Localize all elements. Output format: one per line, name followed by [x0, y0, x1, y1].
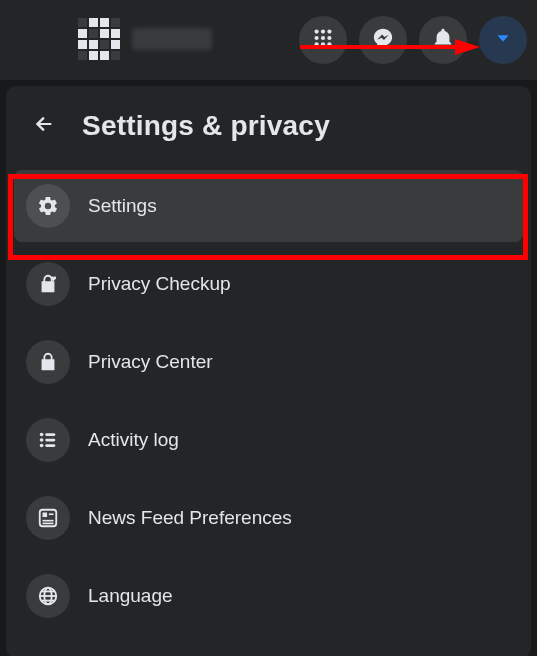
gear-icon — [26, 184, 70, 228]
svg-point-2 — [327, 29, 331, 33]
svg-point-1 — [321, 29, 325, 33]
topbar — [0, 0, 537, 80]
menu-item-label: News Feed Preferences — [88, 507, 292, 529]
profile-name-blurred — [132, 28, 212, 50]
menu-item-label: Settings — [88, 195, 157, 217]
lock-icon — [26, 340, 70, 384]
avatar — [78, 18, 120, 60]
menu-item-news-feed-preferences[interactable]: News Feed Preferences — [14, 482, 523, 554]
svg-rect-18 — [43, 513, 48, 518]
lock-heart-icon — [26, 262, 70, 306]
menu-item-privacy-center[interactable]: Privacy Center — [14, 326, 523, 398]
svg-rect-14 — [45, 439, 55, 442]
svg-rect-19 — [49, 513, 54, 515]
menu-grid-button[interactable] — [299, 16, 347, 64]
bell-icon — [432, 27, 454, 53]
svg-rect-12 — [45, 433, 55, 436]
messenger-button[interactable] — [359, 16, 407, 64]
account-dropdown-button[interactable] — [479, 16, 527, 64]
list-icon — [26, 418, 70, 462]
grid-icon — [312, 27, 334, 53]
feed-icon — [26, 496, 70, 540]
menu-item-settings[interactable]: Settings — [14, 170, 523, 242]
menu-item-label: Language — [88, 585, 173, 607]
svg-point-8 — [327, 42, 331, 46]
svg-point-13 — [40, 438, 44, 442]
svg-point-7 — [321, 42, 325, 46]
menu-item-label: Privacy Center — [88, 351, 213, 373]
globe-icon — [26, 574, 70, 618]
notifications-button[interactable] — [419, 16, 467, 64]
svg-rect-16 — [45, 444, 55, 447]
menu-item-label: Activity log — [88, 429, 179, 451]
panel-header: Settings & privacy — [12, 96, 525, 164]
menu-item-activity-log[interactable]: Activity log — [14, 404, 523, 476]
panel-title: Settings & privacy — [82, 110, 330, 142]
svg-rect-20 — [43, 520, 54, 522]
svg-point-11 — [40, 433, 44, 437]
menu-item-label: Privacy Checkup — [88, 273, 231, 295]
menu-item-privacy-checkup[interactable]: Privacy Checkup — [14, 248, 523, 320]
svg-rect-21 — [43, 523, 54, 525]
svg-point-3 — [314, 36, 318, 40]
svg-point-0 — [314, 29, 318, 33]
svg-point-4 — [321, 36, 325, 40]
menu-item-language[interactable]: Language — [14, 560, 523, 632]
back-button[interactable] — [24, 106, 64, 146]
arrow-left-icon — [33, 113, 55, 139]
chevron-down-icon — [492, 27, 514, 53]
messenger-icon — [372, 27, 394, 53]
svg-point-5 — [327, 36, 331, 40]
settings-privacy-panel: Settings & privacy Settings Privacy Chec… — [6, 86, 531, 656]
svg-point-6 — [314, 42, 318, 46]
svg-point-15 — [40, 444, 44, 448]
profile-chip[interactable] — [78, 18, 212, 60]
